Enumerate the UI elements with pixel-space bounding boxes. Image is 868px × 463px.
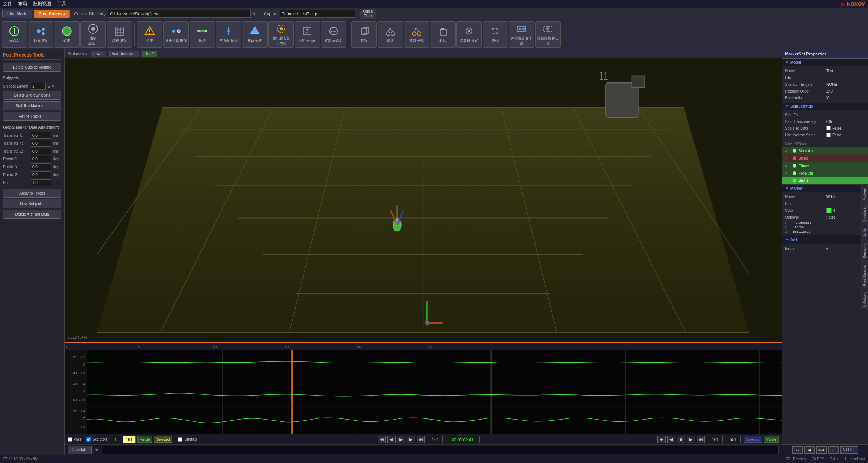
tool-copy[interactable]: 复制 bbox=[351, 21, 377, 48]
tool-quick-id[interactable]: 快速识别 bbox=[28, 21, 53, 48]
tool-template-id[interactable]: 模板 识别 bbox=[107, 21, 132, 48]
translate-y-input[interactable] bbox=[31, 140, 51, 147]
marker-item-elbow[interactable]: 3 Elbow bbox=[782, 162, 868, 169]
right-visible-button[interactable]: Visible bbox=[764, 436, 779, 443]
live-mode-button[interactable]: Live Mode bbox=[2, 10, 32, 18]
tool-replace[interactable]: ⟺ 置换 未命名 bbox=[321, 21, 346, 48]
tool-cut[interactable]: 剪切 bbox=[378, 21, 403, 48]
scale-input[interactable] bbox=[31, 179, 51, 186]
rotate-x-input[interactable] bbox=[31, 156, 51, 162]
nav-swap2-button[interactable]: ↔ bbox=[828, 446, 839, 454]
menu-bar[interactable]: 文件 布局 数据视图 工具 bbox=[3, 1, 66, 7]
skeleton-visible-button[interactable]: Visible bbox=[137, 436, 152, 443]
few-button[interactable]: Few... bbox=[91, 51, 106, 57]
marker-item-bicep[interactable]: 2 Bicep bbox=[782, 154, 868, 162]
dir-input[interactable] bbox=[108, 10, 251, 18]
tool-occlude-hide[interactable]: 遮挡隐藏 标志点 bbox=[535, 21, 561, 48]
marker-item-forearm[interactable]: 4 ForeArm bbox=[782, 169, 868, 177]
rewind-button[interactable]: ⏮ bbox=[378, 436, 386, 443]
calc-input[interactable] bbox=[102, 446, 779, 454]
tab-umarkers[interactable]: UMarkers bbox=[862, 289, 868, 310]
tool-rigid-connect[interactable]: 刚体 连接 bbox=[242, 21, 268, 48]
use-inverse-checkbox[interactable] bbox=[826, 133, 831, 137]
delete-artificial-button[interactable]: Delete Artificial Data bbox=[3, 210, 61, 219]
tool-cut-out[interactable]: 剪切 外部 bbox=[404, 21, 429, 48]
skeleton-frame-end[interactable] bbox=[123, 436, 136, 443]
menu-data-view[interactable]: 数据视图 bbox=[33, 1, 51, 7]
refine-tracks-button[interactable]: Refine Tracks ... bbox=[3, 112, 61, 121]
tool-calc[interactable]: Σ 计算 未命名 bbox=[295, 21, 320, 48]
rotate-y-input[interactable] bbox=[31, 163, 51, 170]
tool-virtual-marker[interactable]: 虚拟标志点 未命名 bbox=[268, 21, 294, 48]
tool-paste[interactable]: 粘贴 bbox=[430, 21, 456, 48]
calculate-button[interactable]: Calculate bbox=[68, 446, 92, 454]
tab-links[interactable]: Links bbox=[862, 225, 868, 240]
tool-step-id[interactable]: 逐个识别 识别 bbox=[163, 21, 189, 48]
prev-frame-button[interactable]: ◀ bbox=[387, 436, 396, 443]
next-frame-button[interactable]: ▶ bbox=[407, 436, 415, 443]
click-all-none[interactable]: Click: All/None bbox=[782, 140, 868, 147]
marker-props-section[interactable]: ▼ Marker bbox=[782, 185, 861, 192]
skin-section-title[interactable]: ▼ SkinSettings bbox=[782, 103, 868, 110]
skeleton-checkbox[interactable] bbox=[86, 437, 91, 442]
model-section-title[interactable]: ▼ Model bbox=[782, 59, 868, 66]
right-rewind-button[interactable]: ⏮ bbox=[657, 436, 666, 443]
right-frame-mid[interactable] bbox=[708, 436, 723, 443]
nav-swap-button[interactable]: ⟺ bbox=[816, 446, 827, 454]
tool-3way-connect[interactable]: 三方向 连接 bbox=[216, 21, 241, 48]
dir-dropdown-icon[interactable]: ▼ bbox=[252, 12, 256, 16]
right-selected-button[interactable]: Selected bbox=[744, 436, 762, 443]
apply-to-tracks-button[interactable]: Apply to Tracks bbox=[3, 189, 61, 198]
end-button[interactable]: ⏭ bbox=[417, 436, 425, 443]
tool-template-build[interactable]: 模板 建立... bbox=[80, 21, 106, 48]
rotate-z-input[interactable] bbox=[31, 171, 51, 178]
tab-vmarkers[interactable]: VMarkers bbox=[862, 204, 868, 225]
tool-post-settings[interactable]: 后处理 设置 bbox=[456, 21, 482, 48]
translate-z-input[interactable] bbox=[31, 148, 51, 154]
tab-segments[interactable]: Segments bbox=[862, 240, 868, 262]
tool-add-marker[interactable]: 未命名 bbox=[2, 21, 27, 48]
current-frame-input[interactable] bbox=[428, 436, 443, 443]
test-tab[interactable]: Test* bbox=[142, 51, 157, 57]
right-end-button[interactable]: ⏭ bbox=[697, 436, 705, 443]
add-remove-button[interactable]: Add/Remove... bbox=[109, 51, 139, 57]
calc-dropdown-icon[interactable]: ▼ bbox=[95, 448, 99, 452]
quick-filter-button[interactable]: Quick Filter bbox=[360, 9, 376, 19]
delete-outside-volume-button[interactable]: Delete Outside Volume bbox=[3, 63, 61, 72]
right-frame-end[interactable] bbox=[726, 436, 741, 443]
misc-section-title[interactable]: ▼ 杂项 bbox=[782, 235, 861, 244]
tool-undo[interactable]: 撤销 bbox=[483, 21, 508, 48]
right-prev-button[interactable]: ◀ bbox=[667, 436, 675, 443]
marker-item-wrist[interactable]: 5 Wrist bbox=[782, 177, 868, 184]
right-next-button[interactable]: ▶ bbox=[687, 436, 695, 443]
play-button[interactable]: ▶ bbox=[397, 436, 405, 443]
marker-item-shoulder[interactable]: 1 Shoulder bbox=[782, 147, 868, 154]
menu-tools[interactable]: 工具 bbox=[57, 1, 66, 7]
stabilize-markers-button[interactable]: Stabilize Markers ... bbox=[3, 101, 61, 110]
right-stop-button[interactable]: ■ bbox=[677, 436, 685, 443]
skeleton-selected-button[interactable]: Selected bbox=[154, 436, 172, 443]
tool-connect[interactable]: 连接 bbox=[190, 21, 215, 48]
tab-markers[interactable]: Markers bbox=[862, 185, 868, 204]
snippet-length-input[interactable] bbox=[31, 83, 46, 90]
nav-prev-button[interactable]: ◀ bbox=[804, 446, 815, 454]
menu-file[interactable]: 文件 bbox=[3, 1, 12, 7]
translate-x-input[interactable] bbox=[31, 132, 51, 139]
svg-point-3 bbox=[37, 29, 41, 33]
menu-layout[interactable]: 布局 bbox=[18, 1, 27, 7]
post-process-button[interactable]: Post Process bbox=[34, 10, 70, 18]
new-subject-button[interactable]: New Subject... bbox=[3, 199, 61, 208]
nav-none-button[interactable]: NONE bbox=[840, 446, 858, 454]
scale-to-data-checkbox[interactable] bbox=[826, 126, 831, 130]
vms-checkbox[interactable] bbox=[68, 437, 72, 442]
tab-rigid-subsets[interactable]: Rigid Subsets bbox=[862, 262, 868, 289]
svg-point-20 bbox=[172, 30, 175, 33]
skeleton-frame-start[interactable] bbox=[110, 436, 121, 443]
delete-short-snippets-button[interactable]: Delete Short Snippets bbox=[3, 91, 61, 100]
tool-raw-marker[interactable]: 原输输器 标志点 bbox=[509, 21, 534, 48]
tool-correct[interactable]: 矫正 bbox=[54, 21, 80, 48]
capture-input[interactable] bbox=[280, 10, 355, 18]
kinetics-checkbox[interactable] bbox=[178, 437, 182, 442]
tool-correct2[interactable]: 矫正 bbox=[137, 21, 162, 48]
nav-first-button[interactable]: ⏮ bbox=[792, 446, 803, 454]
